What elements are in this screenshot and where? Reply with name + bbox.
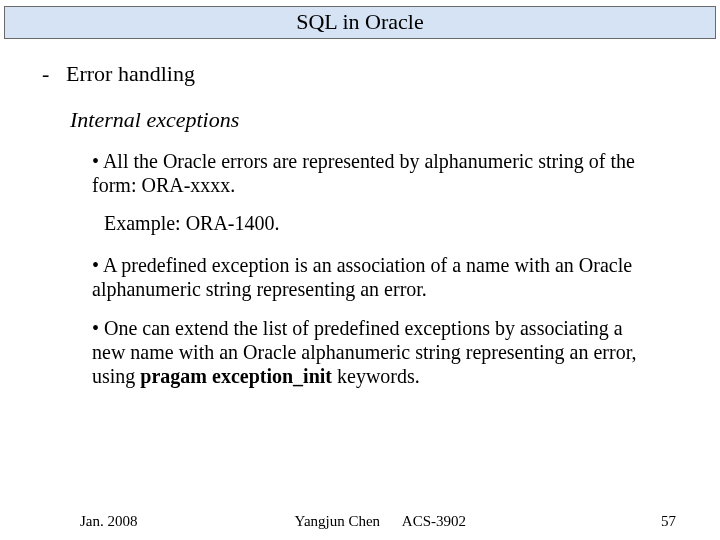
slide-body: - Error handling Internal exceptions • A… [0,39,720,389]
bullet-list-2: • A predefined exception is an associati… [40,253,680,389]
section-heading: Error handling [66,61,195,87]
slide-title: SQL in Oracle [4,6,716,39]
footer-center: Yangjun Chen ACS-3902 [295,513,557,530]
footer-date: Jan. 2008 [80,513,295,530]
slide-footer: Jan. 2008 Yangjun Chen ACS-3902 57 [0,513,720,530]
bullet-2: • A predefined exception is an associati… [92,253,660,302]
bullet-3: • One can extend the list of predefined … [92,316,660,389]
footer-page: 57 [557,513,676,530]
footer-course: ACS-3902 [402,513,466,529]
bullet-dash: - [40,61,66,87]
section-heading-row: - Error handling [40,61,680,87]
subsection-heading: Internal exceptions [40,107,680,133]
footer-author: Yangjun Chen [295,513,381,529]
bullet-1: • All the Oracle errors are represented … [92,149,660,198]
bullet-3-keyword: pragam exception_init [140,365,332,387]
bullet-list: • All the Oracle errors are represented … [40,149,680,198]
example-line: Example: ORA-1400. [40,212,680,235]
bullet-3-post: keywords. [332,365,420,387]
